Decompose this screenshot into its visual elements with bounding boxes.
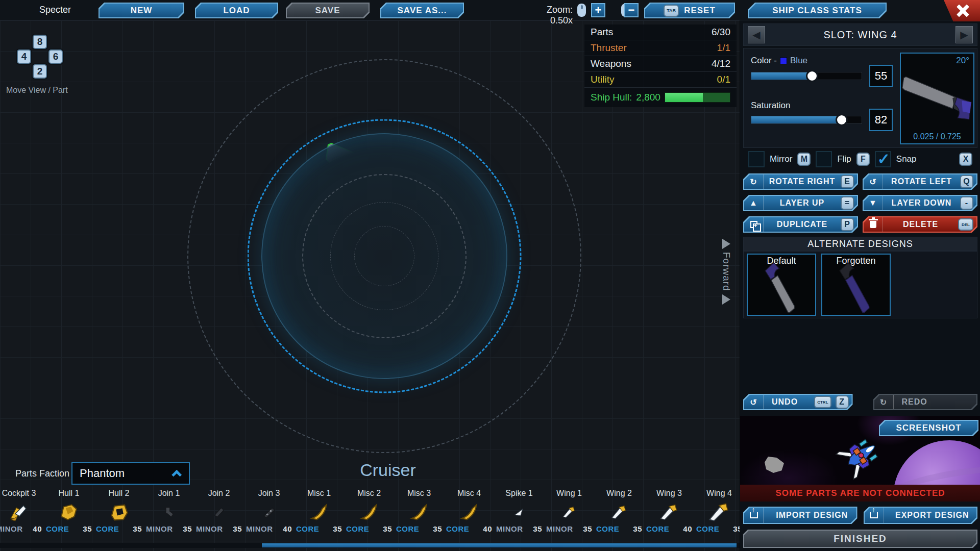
- part-item[interactable]: Spike 1 MINOR 35: [494, 489, 544, 533]
- parts-faction-dropdown[interactable]: Phantom: [71, 462, 190, 485]
- color-slider[interactable]: [751, 72, 862, 80]
- parts-scrollbar-thumb[interactable]: [262, 543, 737, 547]
- zoom-in-button[interactable]: +: [591, 3, 605, 17]
- ship-class-stats-button[interactable]: SHIP CLASS STATS: [748, 3, 887, 18]
- next-slot-button[interactable]: ▶: [955, 26, 973, 43]
- layer-up-button[interactable]: ▲ LAYER UP =: [743, 195, 858, 211]
- part-cost: 35: [533, 524, 542, 533]
- save-button-label: SAVE: [287, 4, 369, 17]
- part-name: Hull 2: [109, 489, 130, 500]
- import-design-label: IMPORT DESIGN: [768, 511, 856, 520]
- part-item[interactable]: Join 3 MINOR 40: [244, 489, 294, 533]
- mirror-checkbox[interactable]: ✓: [748, 151, 765, 167]
- misc-icon: [408, 500, 430, 524]
- alt-design-default[interactable]: Default: [747, 254, 816, 316]
- save-button[interactable]: SAVE: [286, 3, 370, 18]
- part-meta: MINOR 40: [244, 524, 294, 533]
- part-cost: 35: [733, 524, 740, 533]
- part-item[interactable]: Hull 2 CORE 35: [94, 489, 144, 533]
- z-key-badge: Z: [836, 395, 849, 409]
- layer-down-label: LAYER DOWN: [887, 198, 956, 208]
- stat-label: Thruster: [591, 42, 627, 54]
- part-name: Spike 1: [505, 489, 532, 500]
- zoom-out-button[interactable]: −: [624, 3, 639, 17]
- alt-design-forgotten[interactable]: Forgotten: [821, 254, 891, 316]
- parts-list: Cockpit 3 MINOR 40 Hull 1 CORE 35 Hull 2…: [0, 489, 740, 533]
- saturation-slider-thumb[interactable]: [836, 114, 848, 126]
- part-adjust-block: Color -Blue 55 Saturation 82 20°: [743, 48, 977, 148]
- prev-slot-button[interactable]: ◀: [748, 26, 765, 43]
- layer-down-button[interactable]: ▼ LAYER DOWN -: [863, 195, 977, 211]
- design-canvas[interactable]: 8 4 6 2 Move View / Part: [0, 20, 740, 551]
- slot-header: ◀ SLOT: WING 4 ▶: [743, 23, 977, 46]
- export-design-button[interactable]: EXPORT DESIGN: [864, 507, 978, 524]
- delete-button[interactable]: DELETE DEL: [863, 216, 977, 233]
- part-cost: 40: [683, 524, 692, 533]
- delete-label: DELETE: [887, 220, 954, 229]
- close-button[interactable]: [944, 0, 980, 21]
- load-button[interactable]: LOAD: [195, 3, 278, 18]
- stat-row-parts: Parts 6/30: [584, 24, 737, 40]
- warning-banner: SOME PARTS ARE NOT CONNECTED: [740, 485, 980, 502]
- part-item[interactable]: Misc 4 CORE 40: [444, 489, 494, 533]
- stat-row-weapons: Weapons 4/12: [584, 56, 737, 72]
- part-item[interactable]: Wing 2 CORE 35: [594, 489, 644, 533]
- save-as-button[interactable]: SAVE AS...: [380, 3, 464, 18]
- part-item[interactable]: Cockpit 3 MINOR 40: [0, 489, 44, 533]
- toggles-row: ✓ Mirror M ✓ Flip F ✓ Snap X: [743, 149, 977, 169]
- stat-value: 4/12: [712, 58, 730, 69]
- stat-value: 6/30: [712, 27, 730, 38]
- forward-marker: Forward: [721, 239, 732, 305]
- parts-faction-value: Phantom: [80, 467, 175, 480]
- part-item[interactable]: Wing 3 CORE 40: [644, 489, 694, 533]
- part-type: MINOR: [196, 524, 223, 533]
- part-cost: 35: [633, 524, 642, 533]
- wing-icon: [659, 500, 679, 524]
- part-cost: 35: [433, 524, 442, 533]
- part-item[interactable]: Wing 4 CORE 35: [694, 489, 740, 533]
- slot-title: SLOT: WING 4: [823, 29, 897, 41]
- part-item[interactable]: Hull 1 CORE 35: [44, 489, 94, 533]
- alt-design-default-image: [748, 254, 815, 320]
- new-button[interactable]: NEW: [99, 3, 184, 18]
- spike-icon: [511, 500, 527, 524]
- flip-key-badge: F: [856, 153, 870, 166]
- flip-checkbox[interactable]: ✓: [816, 151, 832, 167]
- stat-label: Parts: [591, 27, 613, 38]
- part-type: MINOR: [496, 524, 523, 533]
- rotate-left-button[interactable]: ↺ ROTATE LEFT Q: [863, 173, 977, 190]
- saturation-slider[interactable]: [751, 116, 862, 124]
- join-c-icon: [260, 500, 278, 524]
- rotate-right-button[interactable]: ↻ ROTATE RIGHT E: [743, 173, 858, 190]
- snap-key-badge: X: [959, 153, 972, 166]
- part-editor-panel: ◀ SLOT: WING 4 ▶ Color -Blue 55 Saturati…: [740, 20, 980, 551]
- part-type: CORE: [596, 524, 619, 533]
- part-meta: MINOR 35: [194, 524, 244, 533]
- duplicate-button[interactable]: DUPLICATE P: [743, 216, 858, 233]
- redo-button[interactable]: ↻ REDO: [873, 394, 977, 410]
- part-item[interactable]: Misc 1 CORE 35: [294, 489, 344, 533]
- saturation-value-box[interactable]: 82: [869, 109, 893, 131]
- ctrl-key-badge: CTRL: [814, 396, 831, 408]
- snap-checkbox[interactable]: ✓: [875, 151, 891, 167]
- finished-button[interactable]: FINISHED: [743, 530, 977, 548]
- color-value-box[interactable]: 55: [869, 65, 893, 87]
- reset-button[interactable]: TAB RESET: [644, 3, 735, 18]
- screenshot-button[interactable]: SCREENSHOT: [879, 420, 978, 436]
- part-type: CORE: [46, 524, 69, 533]
- part-item[interactable]: Misc 3 CORE 35: [394, 489, 444, 533]
- part-item[interactable]: Wing 1 MINOR 35: [544, 489, 594, 533]
- mirror-label: Mirror: [770, 154, 792, 164]
- color-slider-fill: [751, 72, 812, 80]
- part-angle-value: 20°: [956, 56, 969, 66]
- layer-up-key-badge: =: [841, 196, 854, 210]
- import-design-button[interactable]: IMPORT DESIGN: [743, 507, 857, 524]
- color-slider-thumb[interactable]: [806, 70, 818, 82]
- part-item[interactable]: Join 2 MINOR 35: [194, 489, 244, 533]
- part-meta: CORE 35: [94, 524, 144, 533]
- stat-row-thruster: Thruster 1/1: [584, 40, 737, 56]
- undo-button[interactable]: ↺ UNDO CTRL Z: [743, 394, 853, 410]
- part-meta: MINOR 40: [0, 524, 44, 533]
- part-item[interactable]: Join 1 MINOR 35: [144, 489, 194, 533]
- part-item[interactable]: Misc 2 CORE 35: [344, 489, 394, 533]
